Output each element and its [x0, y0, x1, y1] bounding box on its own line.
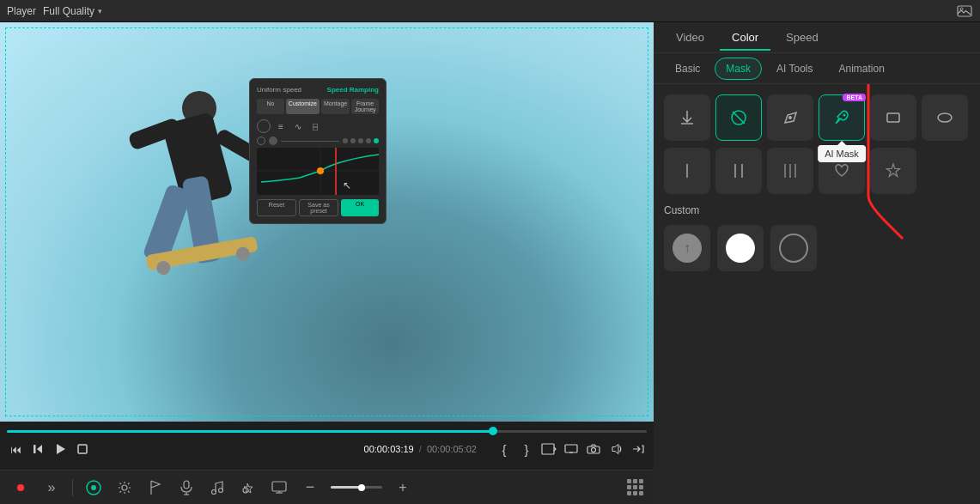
panel-content: BETA AI Mask — [654, 84, 980, 504]
subtab-ai-tools[interactable]: AI Tools — [765, 58, 824, 80]
grid-dot — [633, 485, 637, 489]
ellipse-mask-btn[interactable] — [922, 94, 968, 141]
speed-ctrl-dot1 — [257, 137, 265, 145]
play-button[interactable] — [52, 440, 69, 458]
bracket-open-button[interactable]: { — [496, 440, 513, 458]
volume-slider[interactable] — [331, 486, 382, 489]
camera-button[interactable] — [585, 440, 602, 458]
svg-rect-11 — [565, 445, 577, 452]
stop-button[interactable] — [74, 440, 91, 458]
subtab-animation[interactable]: Animation — [827, 58, 895, 80]
current-time: 00:00:03:19 — [364, 444, 414, 454]
total-time: 00:00:05:02 — [427, 444, 477, 454]
download-mask-btn[interactable] — [664, 94, 710, 141]
speed-graph[interactable]: ↖ — [257, 148, 379, 195]
plus-btn[interactable]: + — [393, 477, 413, 498]
player-controls: ⏮ 00:00:0 — [0, 422, 654, 470]
speed-popup-tabs: No Customize Montage Frame Journey — [257, 99, 379, 114]
effects-btn[interactable] — [238, 477, 259, 498]
speed-popup[interactable]: Uniform speed Speed Ramping No Customize… — [249, 78, 387, 224]
forward-btn[interactable]: » — [41, 477, 62, 498]
arrow-button[interactable] — [630, 440, 647, 458]
vline1-btn[interactable] — [664, 148, 710, 194]
svg-marker-6 — [37, 445, 42, 453]
speed-mini-dot4 — [366, 138, 371, 143]
speed-ctrl-line — [281, 141, 339, 142]
screen2-btn[interactable] — [269, 477, 289, 498]
subtab-basic[interactable]: Basic — [664, 58, 711, 80]
progress-track[interactable] — [7, 430, 647, 433]
speed-save-preset-btn[interactable]: Save as preset — [299, 199, 338, 216]
speed-popup-header: Uniform speed Speed Ramping — [257, 86, 379, 94]
white-circle-btn[interactable] — [717, 225, 764, 271]
controls-row: ⏮ 00:00:0 — [7, 440, 647, 458]
svg-point-17 — [122, 485, 127, 490]
right-panel: Video Color Speed Basic Mask AI Tools An… — [654, 22, 980, 504]
bracket-close-button[interactable]: } — [518, 440, 535, 458]
grid-dot — [627, 491, 631, 495]
upload-shape-btn[interactable]: ↑ — [664, 225, 710, 271]
player-area: Uniform speed Speed Ramping No Customize… — [0, 22, 654, 504]
vline2-btn[interactable] — [715, 148, 762, 194]
scene-btn[interactable] — [83, 477, 104, 498]
mic-btn[interactable] — [176, 477, 197, 498]
volume-button[interactable] — [607, 440, 624, 458]
grid-layout-btn[interactable] — [627, 479, 643, 495]
volume-thumb[interactable] — [358, 484, 365, 491]
step-back-button[interactable] — [29, 440, 46, 458]
chevron-down-icon: ▾ — [98, 7, 102, 15]
speed-ok-btn[interactable]: OK — [341, 199, 379, 216]
speed-ctrl-dots — [343, 138, 379, 143]
tab-video[interactable]: Video — [664, 26, 716, 51]
speed-controls-row — [257, 137, 379, 145]
speed-uniform-label: Uniform speed — [257, 86, 301, 94]
flag-btn[interactable] — [145, 477, 166, 498]
svg-rect-24 — [272, 482, 286, 491]
image-icon[interactable] — [956, 3, 973, 20]
progress-thumb[interactable] — [489, 427, 497, 435]
speed-wave-icon: ∿ — [291, 119, 305, 133]
circle-mask-btn[interactable] — [715, 94, 762, 141]
time-display: 00:00:03:19 / 00:00:05:02 — [364, 444, 477, 454]
svg-point-1 — [960, 8, 963, 10]
svg-rect-18 — [184, 481, 189, 489]
speed-mini-dot3 — [358, 138, 363, 143]
tab-color-label: Color — [732, 31, 758, 44]
speed-tab-frame[interactable]: Frame Journey — [351, 99, 379, 114]
speed-tab-customize[interactable]: Customize — [286, 99, 320, 114]
quality-dropdown[interactable]: Full Quality ▾ — [43, 5, 102, 17]
tab-color[interactable]: Color — [720, 26, 770, 51]
progress-fill — [7, 430, 493, 433]
speed-mini-dot2 — [350, 138, 356, 143]
svg-line-28 — [733, 112, 745, 124]
speed-tab-montage[interactable]: Montage — [321, 99, 350, 114]
subtab-mask[interactable]: Mask — [715, 58, 762, 80]
settings-btn[interactable] — [114, 477, 135, 498]
progress-bar-container[interactable] — [7, 425, 647, 437]
crop-drop-button[interactable] — [540, 440, 557, 458]
speed-frames-icon: ⌸ — [308, 119, 322, 133]
minus-btn[interactable]: − — [300, 477, 320, 498]
volume-fill — [331, 486, 362, 489]
vline3-btn[interactable] — [767, 148, 813, 194]
grid-dot — [639, 491, 643, 495]
skip-back-button[interactable]: ⏮ — [7, 440, 24, 458]
speed-list-icon: ≡ — [274, 119, 288, 133]
video-canvas: Uniform speed Speed Ramping No Customize… — [0, 22, 654, 422]
controls-right: { } — [496, 440, 647, 458]
cursor-indicator: ↖ — [343, 179, 368, 191]
record-btn[interactable] — [10, 477, 31, 498]
grid-dot — [627, 479, 631, 483]
bottom-toolbar: » — [0, 470, 654, 504]
pen-tool-btn[interactable] — [767, 94, 813, 141]
outline-circle-shape — [779, 234, 808, 263]
screen-button[interactable] — [563, 440, 580, 458]
panel-sub-tabs: Basic Mask AI Tools Animation — [654, 53, 980, 84]
music-btn[interactable] — [207, 477, 228, 498]
speed-reset-btn[interactable]: Reset — [257, 199, 296, 216]
tab-speed[interactable]: Speed — [774, 26, 831, 51]
upload-circle: ↑ — [673, 234, 702, 263]
svg-point-32 — [938, 113, 952, 122]
outline-circle-btn[interactable] — [770, 225, 817, 271]
speed-tab-no[interactable]: No — [257, 99, 284, 114]
